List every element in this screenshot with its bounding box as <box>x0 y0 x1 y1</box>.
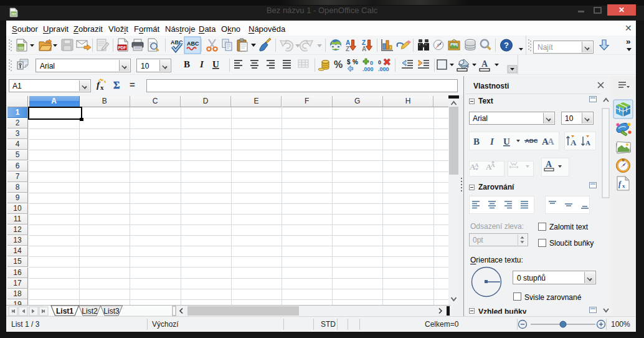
svg-text:Σ: Σ <box>113 80 120 90</box>
svg-text:0: 0 <box>378 59 381 65</box>
svg-text:A: A <box>585 139 590 147</box>
svg-text:.000: .000 <box>378 66 389 72</box>
svg-text:List2: List2 <box>82 306 98 315</box>
svg-text:%: % <box>353 59 358 65</box>
svg-text:x: x <box>622 183 625 189</box>
svg-text:.000: .000 <box>362 66 374 72</box>
svg-text:I: I <box>490 137 495 147</box>
svg-text:I: I <box>199 59 204 69</box>
svg-text:0: 0 <box>370 60 373 66</box>
svg-text:A: A <box>547 137 554 147</box>
svg-text:Z: Z <box>346 46 349 52</box>
svg-text:B: B <box>473 137 480 147</box>
svg-text:List1: List1 <box>56 306 73 315</box>
svg-text:x: x <box>100 84 104 91</box>
svg-text:U: U <box>503 137 510 147</box>
svg-text:A: A <box>546 160 552 169</box>
svg-text:B: B <box>184 59 190 69</box>
svg-text:A: A <box>571 138 577 147</box>
svg-text:PDF: PDF <box>118 46 126 50</box>
svg-text:ABC: ABC <box>187 41 199 47</box>
svg-text:A: A <box>481 59 488 69</box>
svg-text:N: N <box>622 158 625 162</box>
svg-text:A: A <box>362 46 366 52</box>
svg-text:U: U <box>212 59 219 69</box>
svg-text:=: = <box>130 79 135 90</box>
svg-text:A: A <box>491 162 495 168</box>
svg-text:$: $ <box>347 59 351 65</box>
svg-text:%: % <box>334 59 343 70</box>
svg-text:List3: List3 <box>103 306 120 315</box>
svg-text:?: ? <box>504 41 509 50</box>
svg-text:A: A <box>475 162 479 168</box>
svg-text:»: » <box>626 37 631 46</box>
